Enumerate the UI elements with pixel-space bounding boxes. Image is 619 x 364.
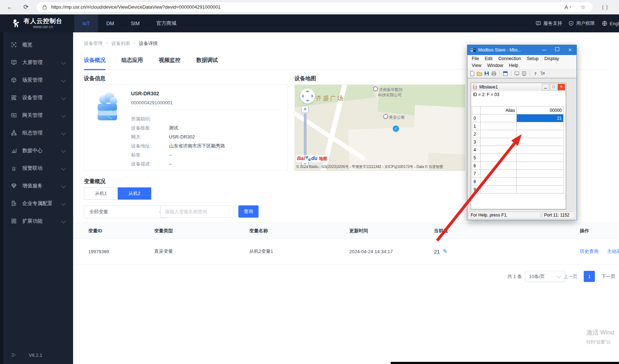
sidebar-item-data[interactable]: 数据中心 xyxy=(0,142,73,159)
slave-tab-从机2[interactable]: 从机2 xyxy=(118,187,151,200)
read-aloud-icon[interactable]: A〞 xyxy=(564,4,571,10)
grid-value-cell[interactable] xyxy=(517,186,564,194)
split-screen-icon[interactable]: ❲❳ xyxy=(601,3,609,12)
next-page-button[interactable]: 下一页 xyxy=(601,273,615,280)
top-nav-item-sim[interactable]: SIM xyxy=(122,14,148,32)
tab-设备概况[interactable]: 设备概况 xyxy=(84,56,106,70)
grid-value-cell[interactable] xyxy=(517,154,564,162)
close-button[interactable]: ✕ xyxy=(564,45,577,55)
variable-search-input[interactable] xyxy=(160,205,234,218)
browser-back-icon[interactable]: ← xyxy=(5,3,14,12)
grid-alias-cell[interactable] xyxy=(481,178,517,186)
grid-alias-cell[interactable] xyxy=(481,162,517,170)
grid-alias-cell[interactable] xyxy=(481,154,517,162)
grid-alias-cell[interactable] xyxy=(481,122,517,130)
sidebar-item-scene[interactable]: 场景管理 xyxy=(0,71,73,89)
map-pan-control[interactable] xyxy=(300,88,315,104)
page-size-select[interactable]: 10条/页 xyxy=(525,271,565,282)
sidebar-item-gateway[interactable]: 网关管理 xyxy=(0,106,73,124)
doc-minimize-button[interactable]: ▁ xyxy=(542,84,549,90)
modbus-menu-view[interactable]: View xyxy=(469,62,484,69)
edit-value-icon[interactable]: ✎ xyxy=(443,248,448,255)
top-nav-globe[interactable]: English xyxy=(602,14,619,32)
modbus-menu-file[interactable]: File xyxy=(469,55,482,62)
print-icon[interactable] xyxy=(491,71,497,76)
mbslave1-titlebar[interactable]: DOC Mbslave1 ▁ ▢ ✕ xyxy=(471,83,566,91)
modbus-menu-help[interactable]: Help xyxy=(506,62,521,69)
grid-alias-cell[interactable] xyxy=(481,114,517,122)
modbus-menu-setup[interactable]: Setup xyxy=(524,55,542,62)
modbus-titlebar[interactable]: Modbus Slave - Mbs... — ✕ xyxy=(467,45,577,55)
breadcrumb-item[interactable]: 设备列表 xyxy=(111,40,130,47)
map-zoom-slider[interactable] xyxy=(304,114,306,160)
brand-logo[interactable]: 有人云控制台 www.usr.cn xyxy=(0,14,73,32)
minimize-button[interactable]: — xyxy=(538,45,551,55)
tab-数据调试[interactable]: 数据调试 xyxy=(196,56,218,69)
sidebar-item-overview[interactable]: 概览 xyxy=(0,36,73,54)
help-icon[interactable]: ? xyxy=(533,71,538,76)
top-nav-item-iot[interactable]: IoT xyxy=(74,14,98,32)
variable-type-select[interactable]: 全部变量 xyxy=(84,205,167,218)
sidebar-item-alarm[interactable]: 报警联动 xyxy=(0,159,73,177)
grid-alias-cell[interactable] xyxy=(481,186,517,194)
top-nav-item-dm[interactable]: DM xyxy=(98,14,122,32)
query-button[interactable]: 查询 xyxy=(238,205,259,218)
sidebar-item-vas[interactable]: 增值服务 xyxy=(0,177,73,195)
action-link-历史查询[interactable]: 历史查询 xyxy=(580,248,598,255)
address-bar[interactable]: https://mp.usr.cn/#/cloud/device/ViewDev… xyxy=(36,2,593,13)
pan-up-icon[interactable] xyxy=(306,90,309,92)
top-nav-shield[interactable]: 用户权限 xyxy=(568,14,595,32)
pan-left-icon[interactable] xyxy=(302,94,304,98)
tab-组态应用[interactable]: 组态应用 xyxy=(121,56,143,69)
modbus-slave-window[interactable]: Modbus Slave - Mbs... — ✕ FileEditConnec… xyxy=(467,45,577,220)
browser-refresh-icon[interactable]: ⟳ xyxy=(22,3,30,12)
grid-value-cell[interactable] xyxy=(517,162,564,170)
sidebar-item-scada[interactable]: 组态管理 xyxy=(0,124,73,142)
context-help-icon[interactable]: ? xyxy=(540,71,546,76)
prev-page-button[interactable]: 上一页 xyxy=(564,273,578,280)
favorite-star-icon[interactable]: ☆ xyxy=(579,4,587,10)
grid-value-cell[interactable]: 21 xyxy=(517,114,564,122)
modbus-menu-edit[interactable]: Edit xyxy=(482,55,495,62)
modbus-menu-connection[interactable]: Connection xyxy=(495,55,524,62)
grid-alias-cell[interactable] xyxy=(481,170,517,178)
top-nav-chat[interactable]: 服务支持 xyxy=(535,14,562,32)
sidebar-item-screen[interactable]: 大屏管理 xyxy=(0,54,73,71)
modbus-menu-window[interactable]: Window xyxy=(484,62,506,69)
view-panel-icon[interactable] xyxy=(503,71,508,76)
new-file-icon[interactable] xyxy=(470,71,475,76)
page-number-1[interactable]: 1 xyxy=(584,271,595,282)
mbslave1-document-window[interactable]: DOC Mbslave1 ▁ ▢ ✕ ID = 2: F = 03 Alias0… xyxy=(471,83,566,209)
sidebar-item-enterprise[interactable]: 企业专属配置 xyxy=(0,195,73,212)
grid-value-cell[interactable] xyxy=(517,138,564,146)
breadcrumb-item[interactable]: 设备管理 xyxy=(84,40,103,47)
save-file-icon[interactable] xyxy=(484,71,489,76)
sidebar-item-device[interactable]: 设备管理 xyxy=(0,89,73,106)
tab-视频监控[interactable]: 视频监控 xyxy=(159,56,180,69)
pan-right-icon[interactable] xyxy=(311,94,313,98)
sidebar-item-extend[interactable]: 扩展功能 xyxy=(0,212,73,230)
url-text[interactable]: https://mp.usr.cn/#/cloud/device/ViewDev… xyxy=(51,4,220,10)
grid-value-cell[interactable] xyxy=(517,146,564,154)
grid-value-cell[interactable] xyxy=(517,178,564,186)
device-map[interactable]: 齐盛广场 济南振华数控 科技有限公司 美安公寓 ✓ + − Bai🐾du 地图 xyxy=(295,85,465,171)
open-file-icon[interactable] xyxy=(477,71,482,76)
modbus-menu-display[interactable]: Display xyxy=(542,55,562,62)
action-link-主动采集[interactable]: 主动采集 xyxy=(607,248,619,255)
device-location-marker[interactable]: ✓ xyxy=(393,126,399,132)
grid-alias-cell[interactable] xyxy=(481,130,517,138)
grid-value-cell[interactable] xyxy=(517,170,564,178)
pan-down-icon[interactable] xyxy=(306,100,309,102)
display-setup-icon[interactable] xyxy=(514,71,520,76)
slave-tab-从机1[interactable]: 从机1 xyxy=(84,187,118,200)
grid-alias-cell[interactable] xyxy=(481,146,517,154)
grid-alias-cell[interactable] xyxy=(481,138,517,146)
grid-value-cell[interactable] xyxy=(517,122,564,130)
map-zoom-in-button[interactable]: + xyxy=(301,106,309,113)
grid-value-cell[interactable] xyxy=(517,130,564,138)
doc-maximize-button[interactable]: ▢ xyxy=(550,84,557,90)
doc-close-button[interactable]: ✕ xyxy=(558,84,565,90)
maximize-button[interactable] xyxy=(551,45,564,55)
display-comm-icon[interactable] xyxy=(521,71,527,76)
top-nav-item-官方商城[interactable]: 官方商城 xyxy=(148,14,185,32)
